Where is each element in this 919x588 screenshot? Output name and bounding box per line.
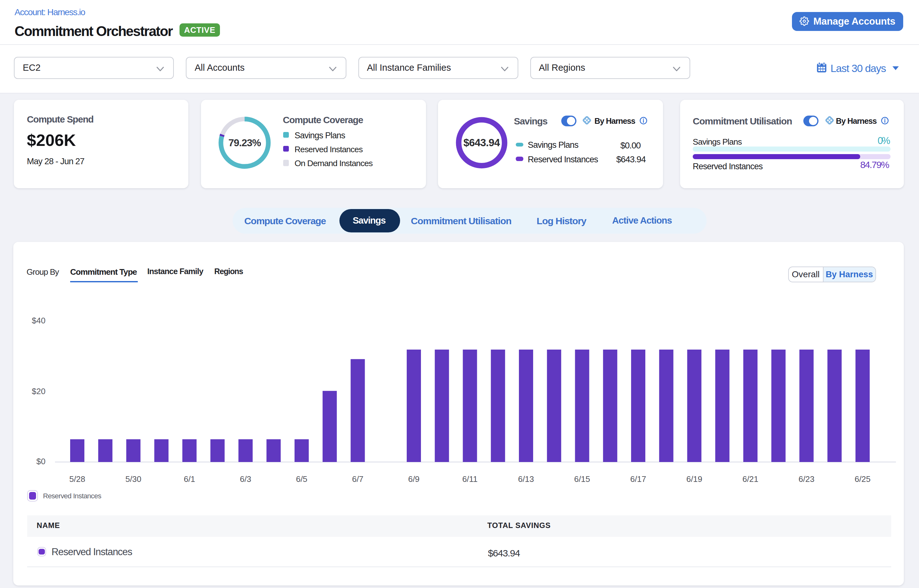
svg-text:5/28: 5/28 [69,474,85,484]
svg-text:6/7: 6/7 [352,474,363,484]
svg-text:$20: $20 [32,386,45,396]
svg-text:$643.94: $643.94 [464,137,500,149]
svg-text:6/3: 6/3 [240,474,251,484]
svg-text:5/30: 5/30 [125,474,142,484]
svg-text:6/19: 6/19 [686,474,702,484]
svg-text:6/15: 6/15 [574,474,590,484]
svg-text:$0: $0 [36,457,45,466]
svg-text:$40: $40 [32,316,45,325]
svg-text:6/23: 6/23 [799,474,815,484]
svg-text:6/9: 6/9 [408,474,419,484]
svg-text:6/11: 6/11 [462,474,478,484]
svg-text:6/1: 6/1 [184,474,195,484]
svg-text:79.23%: 79.23% [229,137,261,148]
svg-text:6/25: 6/25 [854,474,870,484]
svg-text:6/5: 6/5 [296,474,307,484]
svg-text:6/17: 6/17 [630,474,646,484]
svg-text:6/13: 6/13 [518,474,534,484]
svg-text:6/21: 6/21 [742,474,759,484]
